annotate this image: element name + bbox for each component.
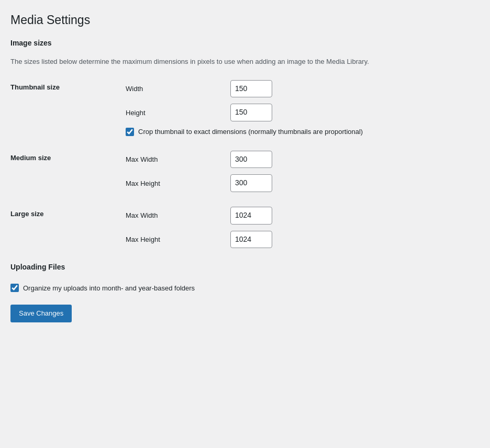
thumbnail-size-row: Thumbnail size Width Height Crop thumbna… bbox=[10, 80, 480, 136]
medium-max-height-input[interactable] bbox=[230, 174, 272, 192]
medium-size-row: Medium size Max Width Max Height bbox=[10, 151, 480, 192]
organize-uploads-row: Organize my uploads into month- and year… bbox=[10, 284, 480, 292]
thumbnail-width-label: Width bbox=[126, 85, 230, 93]
medium-max-width-label: Max Width bbox=[126, 155, 230, 163]
thumbnail-height-row: Height bbox=[126, 104, 480, 121]
thumbnail-size-label: Thumbnail size bbox=[10, 80, 126, 136]
large-size-group: Large size Max Width Max Height bbox=[10, 207, 480, 248]
thumbnail-width-input[interactable] bbox=[230, 80, 272, 98]
image-sizes-heading: Image sizes bbox=[10, 39, 480, 51]
large-max-height-row: Max Height bbox=[126, 231, 480, 249]
thumbnail-height-label: Height bbox=[126, 109, 230, 117]
image-sizes-section: Image sizes The sizes listed below deter… bbox=[10, 39, 480, 248]
medium-max-width-input[interactable] bbox=[230, 151, 272, 169]
thumbnail-size-group: Thumbnail size Width Height Crop thumbna… bbox=[10, 80, 480, 136]
organize-uploads-checkbox[interactable] bbox=[10, 284, 19, 292]
large-size-label: Large size bbox=[10, 207, 126, 248]
uploading-files-section: Uploading Files Organize my uploads into… bbox=[10, 263, 480, 292]
page-title: Media Settings bbox=[10, 13, 480, 28]
medium-size-fields: Max Width Max Height bbox=[126, 151, 480, 192]
form-actions: Save Changes bbox=[10, 305, 480, 322]
medium-max-height-row: Max Height bbox=[126, 174, 480, 192]
medium-max-height-label: Max Height bbox=[126, 180, 230, 187]
thumbnail-height-input[interactable] bbox=[230, 104, 272, 121]
medium-max-width-row: Max Width bbox=[126, 151, 480, 169]
save-button[interactable]: Save Changes bbox=[10, 305, 72, 322]
thumbnail-crop-label: Crop thumbnail to exact dimensions (norm… bbox=[138, 128, 363, 136]
large-max-width-input[interactable] bbox=[230, 207, 272, 225]
large-max-height-label: Max Height bbox=[126, 236, 230, 243]
thumbnail-crop-checkbox[interactable] bbox=[126, 128, 134, 136]
organize-uploads-label: Organize my uploads into month- and year… bbox=[23, 284, 195, 292]
thumbnail-crop-row: Crop thumbnail to exact dimensions (norm… bbox=[126, 128, 480, 136]
medium-size-label: Medium size bbox=[10, 151, 126, 192]
uploading-files-heading: Uploading Files bbox=[10, 263, 480, 275]
thumbnail-width-row: Width bbox=[126, 80, 480, 98]
large-size-fields: Max Width Max Height bbox=[126, 207, 480, 248]
large-max-height-input[interactable] bbox=[230, 231, 272, 249]
image-sizes-description: The sizes listed below determine the max… bbox=[10, 57, 480, 68]
thumbnail-size-fields: Width Height Crop thumbnail to exact dim… bbox=[126, 80, 480, 136]
medium-size-group: Medium size Max Width Max Height bbox=[10, 151, 480, 192]
large-max-width-row: Max Width bbox=[126, 207, 480, 225]
large-max-width-label: Max Width bbox=[126, 211, 230, 219]
large-size-row: Large size Max Width Max Height bbox=[10, 207, 480, 248]
